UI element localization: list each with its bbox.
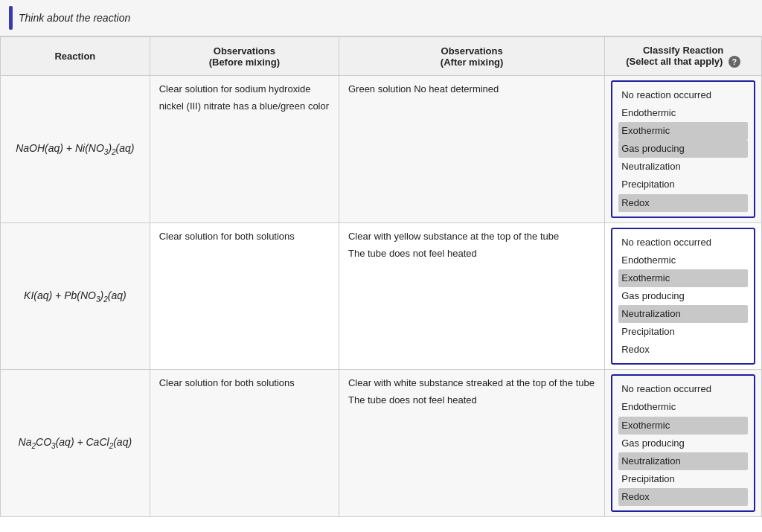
obs-before-text: Clear solution for sodium hydroxide	[159, 83, 330, 94]
think-bar-text: Think about the reaction	[19, 12, 130, 24]
obs-after-cell: Clear with white substance streaked at t…	[339, 370, 604, 517]
header-reaction: Reaction	[1, 37, 150, 76]
table-row: KI(aq) + Pb(NO3)2(aq)Clear solution for …	[1, 222, 762, 370]
obs-after-cell: Green solution No heat determined	[339, 76, 604, 223]
classify-box: No reaction occurredEndothermicExothermi…	[611, 80, 755, 218]
obs-after-cell: Clear with yellow substance at the top o…	[339, 222, 604, 370]
classify-item[interactable]: Gas producing	[618, 287, 748, 305]
classify-item[interactable]: No reaction occurred	[618, 86, 748, 104]
classify-item[interactable]: Exothermic	[618, 122, 748, 140]
classify-box: No reaction occurredEndothermicExothermi…	[611, 374, 755, 512]
header-obs-before: Observations(Before mixing)	[150, 37, 339, 76]
reaction-cell: KI(aq) + Pb(NO3)2(aq)	[1, 222, 150, 370]
classify-item[interactable]: Neutralization	[618, 452, 748, 470]
classify-item[interactable]: Exothermic	[618, 417, 748, 435]
reaction-cell: Na2CO3(aq) + CaCl2(aq)	[1, 370, 150, 517]
classify-item[interactable]: No reaction occurred	[618, 380, 748, 398]
classify-item[interactable]: Neutralization	[618, 305, 748, 323]
classify-item[interactable]: Precipitation	[618, 176, 748, 193]
think-bar: Think about the reaction	[0, 0, 762, 36]
classify-item[interactable]: Endothermic	[618, 398, 748, 416]
classify-cell: No reaction occurredEndothermicExothermi…	[605, 222, 762, 370]
obs-before-cell: Clear solution for sodium hydroxidenicke…	[150, 76, 339, 223]
classify-item[interactable]: Exothermic	[618, 269, 748, 287]
classify-item[interactable]: No reaction occurred	[618, 234, 748, 251]
obs-after-text: Clear with yellow substance at the top o…	[348, 231, 595, 242]
classify-cell: No reaction occurredEndothermicExothermi…	[605, 76, 762, 223]
reaction-table: Reaction Observations(Before mixing) Obs…	[0, 36, 762, 517]
table-row: Na2CO3(aq) + CaCl2(aq)Clear solution for…	[1, 370, 762, 517]
obs-before-text: Clear solution for both solutions	[159, 231, 330, 242]
classify-item[interactable]: Endothermic	[618, 104, 748, 122]
reaction-cell: NaOH(aq) + Ni(NO3)2(aq)	[1, 76, 150, 223]
classify-item[interactable]: Redox	[618, 488, 748, 506]
classify-cell: No reaction occurredEndothermicExothermi…	[605, 370, 762, 517]
obs-before-text: nickel (III) nitrate has a blue/green co…	[159, 100, 330, 112]
obs-before-text: Clear solution for both solutions	[159, 377, 330, 388]
think-bar-accent	[9, 6, 13, 30]
classify-item[interactable]: Gas producing	[618, 140, 748, 158]
help-icon[interactable]: ?	[729, 56, 740, 68]
obs-after-text: The tube does not feel heated	[348, 394, 595, 406]
classify-item[interactable]: Precipitation	[618, 470, 748, 488]
obs-after-text: Clear with white substance streaked at t…	[348, 377, 595, 388]
obs-before-cell: Clear solution for both solutions	[150, 222, 339, 370]
classify-box: No reaction occurredEndothermicExothermi…	[611, 228, 755, 365]
obs-before-cell: Clear solution for both solutions	[150, 370, 339, 517]
classify-item[interactable]: Endothermic	[618, 251, 748, 269]
obs-after-text: Green solution No heat determined	[348, 83, 595, 94]
classify-item[interactable]: Gas producing	[618, 435, 748, 452]
page-container: Think about the reaction Reaction Observ…	[0, 0, 762, 532]
classify-item[interactable]: Neutralization	[618, 158, 748, 176]
classify-item[interactable]: Precipitation	[618, 323, 748, 341]
classify-item[interactable]: Redox	[618, 194, 748, 212]
table-row: NaOH(aq) + Ni(NO3)2(aq)Clear solution fo…	[1, 76, 762, 223]
classify-item[interactable]: Redox	[618, 341, 748, 359]
obs-after-text: The tube does not feel heated	[348, 248, 595, 259]
header-classify: Classify Reaction(Select all that apply)…	[605, 37, 762, 76]
header-obs-after: Observations(After mixing)	[339, 37, 604, 76]
